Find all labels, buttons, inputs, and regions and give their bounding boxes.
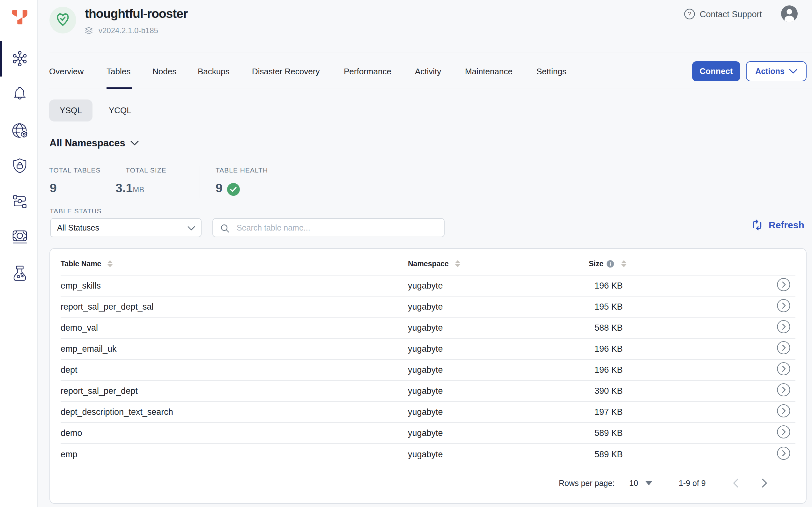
svg-text:?: ?	[688, 10, 691, 17]
